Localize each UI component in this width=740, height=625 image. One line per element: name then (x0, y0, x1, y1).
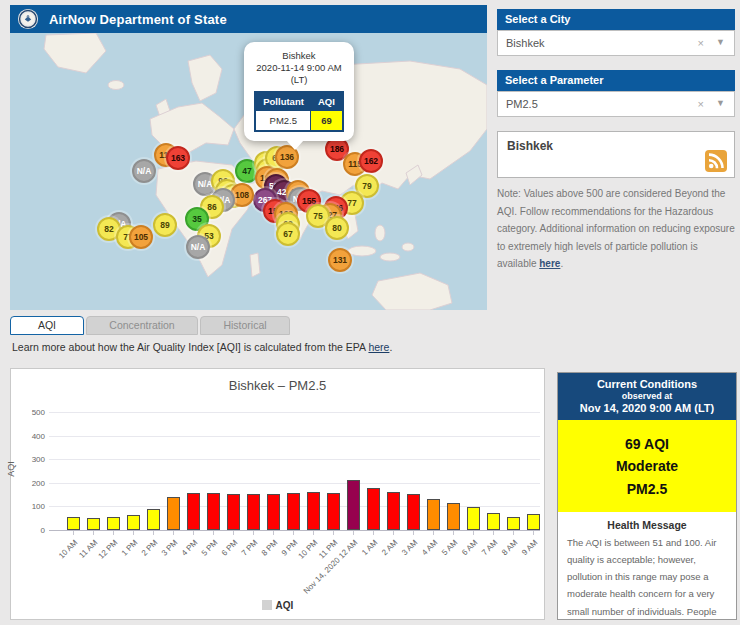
x-axis-tick (473, 531, 474, 535)
city-select-value: Bishkek (506, 37, 545, 49)
epa-link[interactable]: here (368, 341, 389, 353)
aqi-bar (367, 488, 380, 530)
current-conditions-header: Current Conditions observed at Nov 14, 2… (558, 373, 736, 420)
aqi-marker[interactable]: 131 (328, 248, 352, 272)
city-chevron-down-icon[interactable]: ▼ (716, 30, 725, 54)
view-tabs: AQI Concentration Historical (10, 316, 290, 335)
aqi-note: Note: Values above 500 are considered Be… (497, 185, 737, 273)
world-map[interactable]: N/A11416347775761136101134501426267121N/… (10, 33, 487, 310)
popup-pollutant-value: PM2.5 (255, 110, 311, 131)
popup-table: Pollutant AQI PM2.5 69 (254, 91, 344, 132)
parameter-clear-icon[interactable]: × (698, 92, 704, 116)
aqi-marker[interactable]: 89 (153, 213, 177, 237)
aqi-marker[interactable]: 105 (129, 225, 153, 249)
tab-aqi[interactable]: AQI (10, 316, 84, 335)
x-axis-tick (253, 531, 254, 535)
aqi-bar (87, 518, 100, 530)
tab-concentration[interactable]: Concentration (86, 316, 198, 335)
aqi-bar (447, 503, 460, 530)
app-header: AirNow Department of State (10, 5, 487, 33)
x-axis-tick (153, 531, 154, 535)
x-axis-tick (193, 531, 194, 535)
select-city-header: Select a City (497, 9, 735, 30)
aqi-marker[interactable]: 163 (166, 146, 190, 170)
x-axis-tick (533, 531, 534, 535)
note-text: Note: Values above 500 are considered Be… (497, 188, 735, 269)
parameter-select-value: PM2.5 (506, 98, 538, 110)
popup-timezone: (LT) (250, 74, 348, 86)
x-axis-tick (433, 531, 434, 535)
y-axis-tick-label: 400 (15, 432, 45, 441)
select-parameter-header: Select a Parameter (497, 70, 735, 91)
cc-aqi-category: Moderate (558, 455, 736, 477)
aqi-bar (107, 517, 120, 530)
aqi-chart-panel: Bishkek – PM2.5 AQI 010020030040050010 A… (10, 368, 545, 620)
aqi-bar (467, 507, 480, 530)
popup-city: Bishkek (250, 50, 348, 62)
x-axis-tick (373, 531, 374, 535)
cc-aqi-block: 69 AQI Moderate PM2.5 (558, 420, 736, 512)
note-link[interactable]: here (539, 258, 560, 269)
aqi-bar (267, 494, 280, 530)
aqi-bar (427, 499, 440, 530)
cc-title: Current Conditions (562, 378, 732, 390)
aqi-bar (287, 493, 300, 530)
cc-datetime: Nov 14, 2020 9:00 AM (LT) (562, 402, 732, 414)
aqi-bar (487, 513, 500, 530)
aqi-bar (327, 493, 340, 530)
aqi-bar (407, 494, 420, 530)
aqi-bar (187, 493, 200, 530)
cc-subtitle: observed at (562, 391, 732, 401)
x-axis-tick (273, 531, 274, 535)
aqi-bar (227, 494, 240, 530)
dos-seal-logo (17, 8, 39, 30)
aqi-marker[interactable]: 67 (276, 222, 300, 246)
popup-aqi-value: 69 (311, 110, 343, 131)
x-axis-tick (513, 531, 514, 535)
chart-title: Bishkek – PM2.5 (11, 378, 544, 393)
current-conditions-panel: Current Conditions observed at Nov 14, 2… (557, 372, 737, 620)
x-axis-tick (493, 531, 494, 535)
x-axis-tick (313, 531, 314, 535)
aqi-marker[interactable]: N/A (186, 235, 210, 259)
aqi-bar (147, 509, 160, 530)
rss-icon[interactable] (705, 150, 727, 172)
parameter-select[interactable]: PM2.5 × ▼ (497, 91, 735, 117)
cc-aqi-value: 69 AQI (558, 433, 736, 455)
chart-gridline (49, 530, 540, 531)
aqi-bar (347, 480, 360, 530)
x-axis-tick (133, 531, 134, 535)
tab-historical[interactable]: Historical (200, 316, 290, 335)
chart-legend-item[interactable]: AQI (11, 600, 544, 611)
aqi-marker[interactable]: N/A (132, 159, 156, 183)
city-clear-icon[interactable]: × (698, 31, 704, 55)
x-axis-tick (233, 531, 234, 535)
chart-gridline (49, 483, 540, 484)
aqi-bar (527, 514, 540, 530)
x-axis-tick (73, 531, 74, 535)
popup-col-pollutant: Pollutant (255, 92, 311, 111)
x-axis-tick (93, 531, 94, 535)
legend-swatch-icon (262, 600, 272, 610)
city-select[interactable]: Bishkek × ▼ (497, 30, 735, 56)
aqi-bar (507, 517, 520, 530)
x-axis-tick (333, 531, 334, 535)
aqi-bar (67, 517, 80, 530)
health-message-title: Health Message (558, 519, 736, 531)
learn-more-text: Learn more about how the Air Quality Ind… (12, 341, 392, 353)
aqi-marker[interactable]: 80 (325, 216, 349, 240)
chart-gridline (49, 459, 540, 460)
y-axis-tick-label: 300 (15, 455, 45, 464)
x-axis-tick (393, 531, 394, 535)
aqi-bar (127, 515, 140, 530)
x-axis-tick (453, 531, 454, 535)
aqi-bar (387, 492, 400, 530)
y-axis-tick-label: 500 (15, 408, 45, 417)
app-title: AirNow Department of State (49, 12, 227, 27)
y-axis-tick-label: 0 (15, 526, 45, 535)
x-axis-tick (353, 531, 354, 535)
parameter-chevron-down-icon[interactable]: ▼ (716, 91, 725, 115)
x-axis-tick (213, 531, 214, 535)
x-axis-tick (173, 531, 174, 535)
aqi-marker[interactable]: 162 (359, 149, 383, 173)
